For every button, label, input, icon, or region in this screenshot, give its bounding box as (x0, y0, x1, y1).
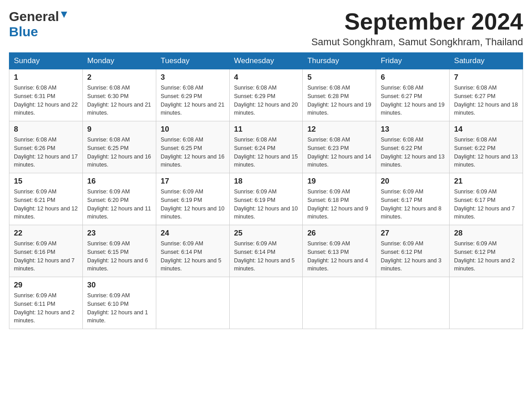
day-info: Sunrise: 6:09 AMSunset: 6:19 PMDaylight:… (234, 188, 298, 220)
day-info: Sunrise: 6:08 AMSunset: 6:30 PMDaylight:… (87, 85, 151, 116)
day-number: 13 (381, 125, 445, 134)
day-info: Sunrise: 6:08 AMSunset: 6:26 PMDaylight:… (14, 137, 77, 168)
calendar-cell: 13 Sunrise: 6:08 AMSunset: 6:22 PMDaylig… (376, 121, 450, 173)
calendar-cell: 8 Sunrise: 6:08 AMSunset: 6:26 PMDayligh… (9, 121, 83, 173)
day-info: Sunrise: 6:08 AMSunset: 6:25 PMDaylight:… (161, 137, 224, 168)
day-number: 27 (381, 229, 445, 238)
calendar-cell (229, 277, 303, 329)
calendar-cell: 3 Sunrise: 6:08 AMSunset: 6:29 PMDayligh… (156, 69, 229, 121)
day-info: Sunrise: 6:08 AMSunset: 6:29 PMDaylight:… (161, 85, 224, 116)
day-info: Sunrise: 6:08 AMSunset: 6:29 PMDaylight:… (234, 85, 298, 116)
calendar-week-row: 22 Sunrise: 6:09 AMSunset: 6:16 PMDaylig… (9, 225, 523, 277)
calendar-cell: 24 Sunrise: 6:09 AMSunset: 6:14 PMDaylig… (156, 225, 229, 277)
day-info: Sunrise: 6:09 AMSunset: 6:15 PMDaylight:… (87, 240, 148, 272)
day-info: Sunrise: 6:09 AMSunset: 6:14 PMDaylight:… (161, 240, 222, 272)
calendar-cell: 15 Sunrise: 6:09 AMSunset: 6:21 PMDaylig… (9, 173, 83, 225)
day-info: Sunrise: 6:08 AMSunset: 6:25 PMDaylight:… (87, 137, 151, 168)
day-number: 4 (234, 73, 298, 82)
day-number: 16 (87, 177, 151, 186)
day-number: 12 (307, 125, 371, 134)
calendar-cell: 28 Sunrise: 6:09 AMSunset: 6:12 PMDaylig… (450, 225, 523, 277)
day-info: Sunrise: 6:09 AMSunset: 6:20 PMDaylight:… (87, 188, 151, 220)
day-info: Sunrise: 6:08 AMSunset: 6:28 PMDaylight:… (307, 85, 371, 116)
day-number: 1 (14, 73, 78, 82)
day-number: 2 (87, 73, 151, 82)
logo-general-text: General (9, 9, 59, 24)
day-number: 25 (234, 229, 298, 238)
day-number: 14 (454, 125, 518, 134)
day-info: Sunrise: 6:09 AMSunset: 6:17 PMDaylight:… (454, 188, 515, 220)
day-number: 28 (454, 229, 518, 238)
day-info: Sunrise: 6:09 AMSunset: 6:18 PMDaylight:… (307, 188, 368, 220)
day-info: Sunrise: 6:09 AMSunset: 6:11 PMDaylight:… (14, 292, 75, 324)
calendar-cell: 22 Sunrise: 6:09 AMSunset: 6:16 PMDaylig… (9, 225, 83, 277)
calendar-week-row: 15 Sunrise: 6:09 AMSunset: 6:21 PMDaylig… (9, 173, 523, 225)
calendar-header-row: SundayMondayTuesdayWednesdayThursdayFrid… (9, 53, 523, 69)
day-number: 21 (454, 177, 518, 186)
day-number: 24 (161, 229, 225, 238)
day-number: 19 (307, 177, 371, 186)
calendar-cell: 14 Sunrise: 6:08 AMSunset: 6:22 PMDaylig… (450, 121, 523, 173)
day-of-week-header: Tuesday (156, 53, 229, 69)
day-number: 7 (454, 73, 518, 82)
calendar-cell: 16 Sunrise: 6:09 AMSunset: 6:20 PMDaylig… (82, 173, 156, 225)
calendar-table: SundayMondayTuesdayWednesdayThursdayFrid… (9, 52, 523, 329)
calendar-cell: 17 Sunrise: 6:09 AMSunset: 6:19 PMDaylig… (156, 173, 229, 225)
calendar-cell: 11 Sunrise: 6:08 AMSunset: 6:24 PMDaylig… (229, 121, 303, 173)
day-number: 17 (161, 177, 225, 186)
day-number: 23 (87, 229, 151, 238)
calendar-week-row: 8 Sunrise: 6:08 AMSunset: 6:26 PMDayligh… (9, 121, 523, 173)
day-number: 18 (234, 177, 298, 186)
location-title: Samut Songkhram, Samut Songkhram, Thaila… (311, 36, 523, 48)
title-section: September 2024 Samut Songkhram, Samut So… (311, 9, 523, 48)
calendar-cell: 23 Sunrise: 6:09 AMSunset: 6:15 PMDaylig… (82, 225, 156, 277)
calendar-cell: 12 Sunrise: 6:08 AMSunset: 6:23 PMDaylig… (303, 121, 376, 173)
day-number: 10 (161, 125, 225, 134)
day-number: 5 (307, 73, 371, 82)
day-of-week-header: Monday (82, 53, 156, 69)
svg-marker-0 (61, 12, 67, 18)
calendar-cell: 19 Sunrise: 6:09 AMSunset: 6:18 PMDaylig… (303, 173, 376, 225)
calendar-cell: 21 Sunrise: 6:09 AMSunset: 6:17 PMDaylig… (450, 173, 523, 225)
calendar-cell: 2 Sunrise: 6:08 AMSunset: 6:30 PMDayligh… (82, 69, 156, 121)
day-number: 26 (307, 229, 371, 238)
calendar-cell: 18 Sunrise: 6:09 AMSunset: 6:19 PMDaylig… (229, 173, 303, 225)
calendar-cell: 26 Sunrise: 6:09 AMSunset: 6:13 PMDaylig… (303, 225, 376, 277)
day-number: 8 (14, 125, 78, 134)
calendar-cell: 20 Sunrise: 6:09 AMSunset: 6:17 PMDaylig… (376, 173, 450, 225)
calendar-cell: 7 Sunrise: 6:08 AMSunset: 6:27 PMDayligh… (450, 69, 523, 121)
day-of-week-header: Sunday (9, 53, 83, 69)
calendar-cell: 5 Sunrise: 6:08 AMSunset: 6:28 PMDayligh… (303, 69, 376, 121)
calendar-week-row: 29 Sunrise: 6:09 AMSunset: 6:11 PMDaylig… (9, 277, 523, 329)
day-info: Sunrise: 6:09 AMSunset: 6:12 PMDaylight:… (454, 240, 515, 272)
day-info: Sunrise: 6:09 AMSunset: 6:19 PMDaylight:… (161, 188, 224, 220)
calendar-week-row: 1 Sunrise: 6:08 AMSunset: 6:31 PMDayligh… (9, 69, 523, 121)
day-number: 15 (14, 177, 78, 186)
day-number: 29 (14, 281, 78, 290)
day-number: 20 (381, 177, 445, 186)
calendar-cell: 29 Sunrise: 6:09 AMSunset: 6:11 PMDaylig… (9, 277, 83, 329)
page-header: General Blue September 2024 Samut Songkh… (9, 9, 523, 48)
day-info: Sunrise: 6:09 AMSunset: 6:17 PMDaylight:… (381, 188, 442, 220)
day-number: 6 (381, 73, 445, 82)
day-number: 9 (87, 125, 151, 134)
month-title: September 2024 (311, 9, 523, 34)
day-info: Sunrise: 6:09 AMSunset: 6:16 PMDaylight:… (14, 240, 75, 272)
day-info: Sunrise: 6:09 AMSunset: 6:12 PMDaylight:… (381, 240, 442, 272)
day-info: Sunrise: 6:08 AMSunset: 6:31 PMDaylight:… (14, 85, 77, 116)
calendar-cell: 25 Sunrise: 6:09 AMSunset: 6:14 PMDaylig… (229, 225, 303, 277)
calendar-cell: 6 Sunrise: 6:08 AMSunset: 6:27 PMDayligh… (376, 69, 450, 121)
calendar-cell: 27 Sunrise: 6:09 AMSunset: 6:12 PMDaylig… (376, 225, 450, 277)
day-number: 22 (14, 229, 78, 238)
day-info: Sunrise: 6:08 AMSunset: 6:27 PMDaylight:… (454, 85, 518, 116)
day-info: Sunrise: 6:08 AMSunset: 6:22 PMDaylight:… (454, 137, 518, 168)
calendar-cell (156, 277, 229, 329)
calendar-cell: 9 Sunrise: 6:08 AMSunset: 6:25 PMDayligh… (82, 121, 156, 173)
day-number: 11 (234, 125, 298, 134)
day-info: Sunrise: 6:09 AMSunset: 6:21 PMDaylight:… (14, 188, 77, 220)
logo-blue-text: Blue (9, 24, 38, 39)
day-number: 30 (87, 281, 151, 290)
day-info: Sunrise: 6:09 AMSunset: 6:13 PMDaylight:… (307, 240, 368, 272)
day-info: Sunrise: 6:09 AMSunset: 6:10 PMDaylight:… (87, 292, 148, 324)
day-of-week-header: Wednesday (229, 53, 303, 69)
